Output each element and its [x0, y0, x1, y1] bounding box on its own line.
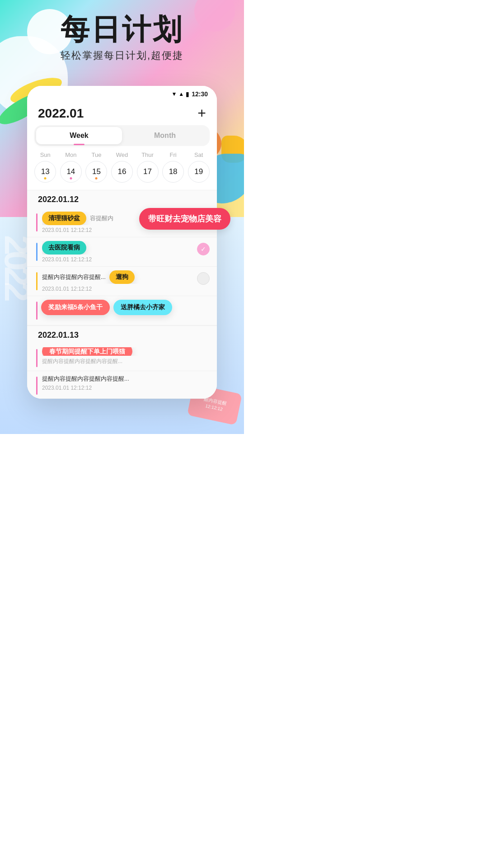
task-time-8: 2023.01.01 12:12:12: [42, 385, 210, 391]
tab-month[interactable]: Month: [122, 127, 208, 144]
task-item-7[interactable]: 春节期间提醒下单上门喂猫 提醒内容提醒内容提醒内容提醒...: [27, 344, 217, 371]
date-19[interactable]: 19: [188, 161, 210, 183]
task-title-7: 春节期间提醒下单上门喂猫: [42, 347, 160, 356]
view-toggle: Week Month: [34, 125, 210, 146]
task-line-2: [36, 243, 38, 261]
task-check-2[interactable]: ✓: [197, 243, 210, 255]
tag-liugou: 遛狗: [109, 270, 135, 284]
days-header: Sun Mon Tue Wed Thur Fri Sat: [27, 151, 217, 161]
date-dot-13: [44, 177, 47, 179]
task-time-7: 提醒内容提醒内容提醒内容提醒...: [42, 358, 210, 365]
tab-underline: [74, 144, 84, 145]
date-15[interactable]: 15: [85, 161, 107, 183]
date-18[interactable]: 18: [162, 161, 184, 183]
tab-week[interactable]: Week: [36, 127, 122, 144]
day-sat: Sat: [188, 151, 210, 158]
task-item-3[interactable]: 提醒内容提醒内容提醒... 遛狗 2023.01.01 12:12:12: [27, 267, 217, 296]
add-button[interactable]: +: [197, 105, 206, 122]
task-line-8: [36, 377, 38, 395]
day-thur: Thur: [137, 151, 159, 158]
task-content-7: 春节期间提醒下单上门喂猫 提醒内容提醒内容提醒内容提醒...: [42, 347, 210, 365]
task-line-7: [36, 349, 38, 367]
calendar-current-date: 2022.01: [38, 106, 84, 121]
task-title-2: 去医院看病: [42, 241, 160, 255]
date-16[interactable]: 16: [111, 161, 133, 183]
task-time-3: 2023.01.01 12:12:12: [42, 286, 192, 292]
tag-jianglu: 奖励来福5条小鱼干: [41, 300, 110, 315]
wifi-icon: ▼: [171, 91, 177, 97]
section-date-1: 2022.01.12: [27, 190, 217, 208]
day-tue: Tue: [85, 151, 107, 158]
task-line-3: [36, 272, 38, 290]
day-sun: Sun: [34, 151, 56, 158]
date-13[interactable]: 13: [34, 161, 56, 183]
tag-yiyuan: 去医院看病: [42, 241, 86, 255]
header: 每日计划 轻松掌握每日计划,超便捷: [0, 14, 244, 62]
task-item-45[interactable]: 奖励来福5条小鱼干 送胖橘去小齐家: [27, 296, 217, 326]
task-item-2[interactable]: 去医院看病 2023.01.01 12:12:12 ✓: [27, 237, 217, 267]
tag-qingli: 清理猫砂盆: [42, 212, 86, 225]
battery-icon: ▮: [186, 90, 189, 98]
app-title: 每日计划: [0, 14, 244, 45]
task-line-4: [36, 302, 38, 320]
date-14[interactable]: 14: [60, 161, 82, 183]
day-wed: Wed: [111, 151, 133, 158]
status-icons: ▼ ▲ ▮: [171, 90, 189, 98]
task-line-1: [36, 213, 38, 231]
date-17[interactable]: 17: [137, 161, 159, 183]
day-mon: Mon: [60, 151, 82, 158]
task-content-2: 去医院看病 2023.01.01 12:12:12: [42, 241, 192, 263]
status-bar: ▼ ▲ ▮ 12:30: [27, 86, 217, 99]
phone-card: ▼ ▲ ▮ 12:30 2022.01 + Week Month Sun Mon…: [27, 86, 217, 399]
task-title-3: 提醒内容提醒内容提醒... 遛狗: [42, 270, 160, 284]
tag-songpangju: 送胖橘去小齐家: [113, 300, 172, 315]
signal-icon: ▲: [178, 91, 184, 97]
date-dot-15: [95, 177, 98, 179]
floating-tag-red: 带旺财去宠物店美容: [139, 208, 230, 230]
task-item-8[interactable]: 提醒内容提醒内容提醒内容提醒... 2023.01.01 12:12:12: [27, 371, 217, 399]
day-fri: Fri: [162, 151, 184, 158]
calendar-header: 2022.01 +: [27, 99, 217, 125]
section-date-2: 2022.01.13: [27, 326, 217, 344]
app-subtitle: 轻松掌握每日计划,超便捷: [0, 49, 244, 62]
task-content-8: 提醒内容提醒内容提醒内容提醒... 2023.01.01 12:12:12: [42, 375, 210, 391]
task-title-8: 提醒内容提醒内容提醒内容提醒...: [42, 375, 160, 383]
dates-row: 13 14 15 16 17 18 19: [27, 161, 217, 190]
task-check-3[interactable]: [197, 272, 210, 285]
status-time: 12:30: [192, 90, 208, 98]
date-dot-14: [70, 177, 72, 179]
task-time-2: 2023.01.01 12:12:12: [42, 256, 192, 263]
task-list-2: 春节期间提醒下单上门喂猫 提醒内容提醒内容提醒内容提醒... 提醒内容提醒内容提…: [27, 344, 217, 399]
tag-chunjie: 春节期间提醒下单上门喂猫: [42, 347, 132, 356]
task-content-3: 提醒内容提醒内容提醒... 遛狗 2023.01.01 12:12:12: [42, 270, 192, 292]
